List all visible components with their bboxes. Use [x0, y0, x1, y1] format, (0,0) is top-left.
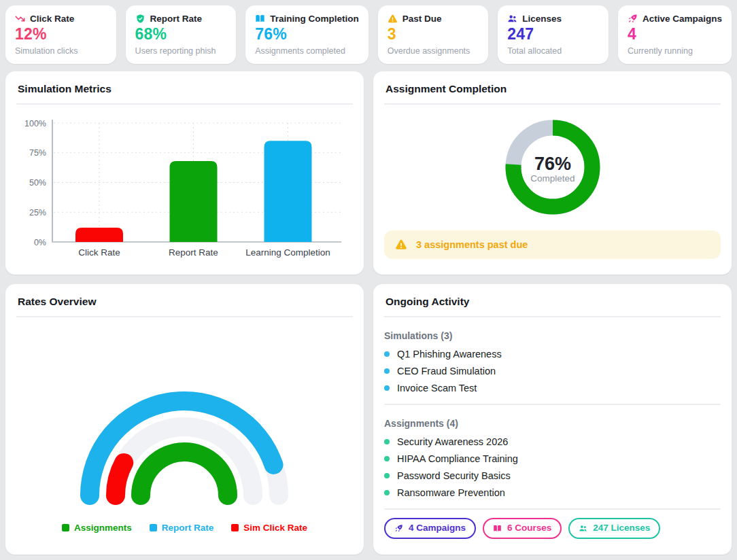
donut-chart-wrap: 76%Completed [384, 116, 721, 218]
legend-swatch-icon [231, 524, 239, 531]
stat-caption: Users reporting phish [135, 46, 227, 56]
stat-value: 76% [255, 27, 359, 42]
divider [16, 316, 353, 317]
panel-title-rates-overview: Rates Overview [16, 284, 353, 316]
stat-value: 3 [388, 27, 479, 42]
legend-item-sim-click-rate: Sim Click Rate [231, 523, 307, 533]
stat-card-report-rate: Report Rate68%Users reporting phish [126, 5, 237, 64]
stat-label-row: Active Campaigns [628, 14, 722, 24]
panel-title-assignment-completion: Assignment Completion [384, 71, 721, 103]
dashboard: Click Rate12%Simulation clicksReport Rat… [0, 0, 737, 560]
legend-label: Report Rate [162, 523, 214, 533]
rocket-icon [394, 524, 403, 533]
bullet-icon [384, 490, 390, 495]
svg-text:75%: 75% [29, 148, 46, 158]
list-item-label: Invoice Scam Test [397, 383, 477, 393]
badge-label: 247 Licenses [593, 522, 650, 535]
warning-icon [388, 14, 398, 24]
stat-card-past-due: Past Due3Overdue assignments [378, 5, 489, 64]
list-item-label: HIPAA Compliance Training [397, 453, 518, 464]
stat-value: 4 [628, 27, 722, 42]
users-icon [579, 524, 587, 533]
divider [384, 316, 721, 317]
stat-label-row: Training Completion [255, 14, 359, 24]
book-open-icon [493, 524, 502, 533]
simulation-metrics-bar-chart: 0%25%50%75%100%Click RateReport RateLear… [16, 109, 353, 270]
assignment-completion-donut-chart: 76%Completed [502, 116, 604, 218]
divider [384, 508, 721, 510]
stats-row: Click Rate12%Simulation clicksReport Rat… [5, 5, 732, 62]
stat-label: Report Rate [150, 14, 203, 24]
stat-card-licenses: Licenses247Total allocated [498, 5, 609, 64]
badge-247-licenses[interactable]: 247 Licenses [568, 518, 660, 539]
badge-4-campaigns[interactable]: 4 Campaigns [384, 518, 476, 539]
svg-text:0%: 0% [34, 238, 46, 247]
list-item-hipaa-compliance-training: HIPAA Compliance Training [384, 450, 721, 467]
svg-text:76%: 76% [534, 154, 570, 174]
legend-label: Sim Click Rate [243, 523, 307, 533]
activity-lists: Simulations (3)Q1 Phishing AwarenessCEO … [384, 330, 721, 510]
stat-card-active-campaigns: Active Campaigns4Currently running [618, 5, 732, 64]
badge-label: 4 Campaigns [409, 522, 466, 535]
stat-value: 12% [15, 27, 107, 42]
bullet-icon [384, 473, 390, 478]
list-item-q1-phishing-awareness: Q1 Phishing Awareness [384, 345, 721, 362]
stat-label-row: Licenses [507, 14, 599, 24]
shield-check-icon [135, 14, 145, 24]
list-item-password-security-basics: Password Security Basics [384, 467, 721, 484]
list-item-invoice-scam-test: Invoice Scam Test [384, 379, 721, 396]
divider [384, 103, 721, 105]
list-item-label: CEO Fraud Simulation [397, 366, 496, 377]
legend-label: Assignments [74, 523, 132, 533]
stat-caption: Currently running [628, 46, 722, 56]
activity-section-header-simulations-3: Simulations (3) [384, 330, 721, 341]
stat-caption: Simulation clicks [15, 46, 107, 56]
stat-value: 68% [135, 27, 227, 42]
stat-caption: Total allocated [507, 46, 599, 56]
badge-6-courses[interactable]: 6 Courses [483, 518, 562, 539]
stat-caption: Assignments completed [255, 46, 359, 56]
book-open-icon [255, 14, 265, 24]
panel-title-simulation-metrics: Simulation Metrics [16, 71, 353, 103]
bullet-icon [384, 351, 390, 357]
activity-section-header-assignments-4: Assignments (4) [384, 418, 721, 429]
svg-text:100%: 100% [24, 119, 46, 128]
svg-text:25%: 25% [29, 208, 46, 217]
stat-label: Active Campaigns [642, 14, 722, 24]
svg-text:Click Rate: Click Rate [78, 247, 120, 258]
divider [384, 404, 721, 405]
svg-text:50%: 50% [29, 178, 46, 188]
list-item-ransomware-prevention: Ransomware Prevention [384, 484, 721, 501]
divider [16, 103, 353, 105]
stat-card-training-completion: Training Completion76%Assignments comple… [245, 5, 368, 64]
stat-label-row: Past Due [388, 14, 479, 24]
list-item-label: Security Awareness 2026 [397, 436, 508, 447]
list-item-label: Password Security Basics [397, 470, 511, 481]
panel-simulation-metrics: Simulation Metrics 0%25%50%75%100%Click … [5, 71, 364, 275]
svg-text:Learning Completion: Learning Completion [245, 247, 330, 258]
stat-value: 247 [507, 27, 599, 42]
stat-label: Click Rate [30, 14, 74, 24]
warning-icon [395, 239, 407, 251]
list-item-security-awareness-2026: Security Awareness 2026 [384, 433, 721, 450]
list-item-label: Ransomware Prevention [397, 487, 505, 498]
badge-label: 6 Courses [507, 522, 551, 535]
panel-ongoing-activity: Ongoing Activity Simulations (3)Q1 Phish… [373, 284, 732, 555]
bullet-icon [384, 385, 390, 391]
past-due-banner: 3 assignments past due [384, 230, 721, 259]
stat-label-row: Report Rate [135, 14, 227, 24]
list-item-ceo-fraud-simulation: CEO Fraud Simulation [384, 362, 721, 379]
rocket-icon [628, 14, 638, 24]
stat-label: Past Due [402, 14, 442, 24]
legend-swatch-icon [150, 524, 157, 531]
stat-label: Training Completion [270, 14, 359, 24]
panel-assignment-completion: Assignment Completion 76%Completed 3 ass… [373, 71, 732, 275]
list-item-label: Q1 Phishing Awareness [397, 349, 502, 360]
stat-label: Licenses [522, 14, 562, 24]
gauge-legend: AssignmentsReport RateSim Click Rate [16, 523, 353, 533]
legend-item-report-rate: Report Rate [150, 523, 214, 533]
panel-title-ongoing-activity: Ongoing Activity [384, 284, 721, 316]
stat-caption: Overdue assignments [388, 46, 479, 56]
svg-text:Completed: Completed [530, 173, 575, 183]
rates-overview-gauge-chart [16, 320, 353, 516]
